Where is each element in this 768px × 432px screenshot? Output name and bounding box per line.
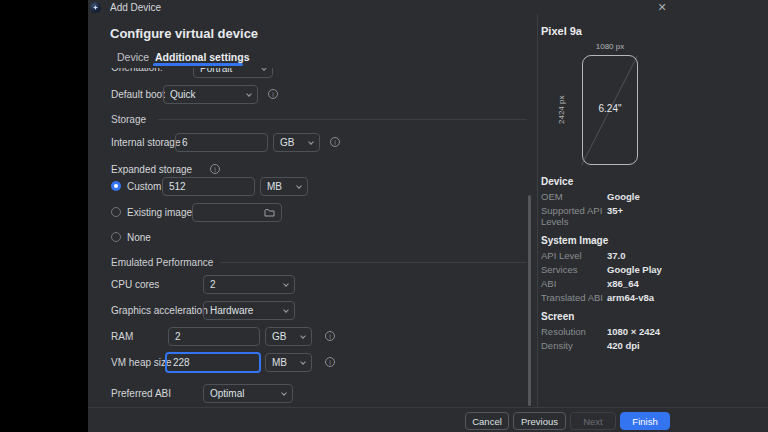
chevron-down-icon [261, 68, 267, 70]
previous-button[interactable]: Previous [513, 412, 566, 430]
ram-info-icon[interactable]: i [325, 331, 335, 341]
custom-radio-label: Custom [127, 177, 161, 196]
graphics-acceleration-select[interactable]: Hardware [203, 301, 295, 320]
custom-storage-unit-select[interactable]: MB [260, 177, 308, 196]
cpu-cores-label: CPU cores [111, 275, 159, 294]
panel-divider [537, 14, 538, 407]
storage-section-divider [158, 119, 527, 120]
device-name: Pixel 9a [541, 25, 582, 37]
screen-height-label: 2424 px [557, 82, 571, 138]
screen-width-label: 1080 px [582, 42, 638, 51]
custom-storage-input[interactable] [162, 177, 255, 196]
orientation-label: Orientation: [111, 68, 163, 77]
android-studio-icon [90, 2, 101, 13]
vm-heap-label: VM heap size [111, 353, 172, 372]
folder-icon[interactable] [264, 208, 275, 217]
spec-row: ABI x86_64 [541, 278, 756, 289]
performance-section-divider [220, 262, 527, 263]
spec-row: Density 420 dpi [541, 340, 756, 351]
spec-row: OEM Google [541, 191, 756, 202]
ram-input[interactable] [168, 327, 260, 346]
storage-section-header: Storage [111, 114, 146, 125]
vm-heap-input[interactable] [165, 352, 261, 373]
chevron-down-icon [296, 183, 302, 189]
default-boot-label: Default boot [111, 85, 165, 104]
vm-heap-unit-select[interactable]: MB [265, 353, 312, 372]
tab-device[interactable]: Device [117, 51, 149, 63]
active-tab-underline [153, 63, 243, 66]
chevron-down-icon [308, 139, 314, 145]
custom-radio[interactable] [111, 181, 121, 191]
close-icon[interactable]: ✕ [654, 0, 670, 14]
cpu-cores-select[interactable]: 2 [203, 275, 295, 294]
performance-section-header: Emulated Performance [111, 257, 213, 268]
chevron-down-icon [283, 281, 289, 287]
vm-heap-info-icon[interactable]: i [325, 357, 335, 367]
tab-additional-settings[interactable]: Additional settings [155, 51, 250, 63]
graphics-acceleration-label: Graphics acceleration [111, 301, 208, 320]
page-title: Configure virtual device [110, 26, 258, 41]
spec-row: Supported API Levels 35+ [541, 205, 756, 227]
form-scroll-clip: Orientation: Portrait [88, 68, 528, 78]
internal-storage-label: Internal storage [111, 133, 181, 152]
title-bar: Add Device ✕ [88, 0, 768, 14]
device-specs: Device OEM Google Supported API Levels 3… [541, 176, 756, 354]
footer-divider [88, 407, 768, 408]
add-device-dialog: Add Device ✕ Configure virtual device De… [88, 0, 768, 432]
internal-storage-unit-select[interactable]: GB [273, 133, 320, 152]
spec-row: Translated ABI arm64-v8a [541, 292, 756, 303]
spec-section-title: System Image [541, 235, 756, 246]
none-radio[interactable] [111, 232, 121, 242]
default-boot-select[interactable]: Quick [163, 85, 258, 104]
spec-row: API Level 37.0 [541, 250, 756, 261]
spec-row: Resolution 1080 × 2424 [541, 326, 756, 337]
existing-image-label: Existing image [127, 203, 192, 222]
screen-size-label: 6.24" [582, 103, 638, 114]
existing-image-field[interactable] [192, 203, 282, 222]
next-button[interactable]: Next [570, 412, 616, 430]
chevron-down-icon [300, 359, 306, 365]
spec-row: Services Google Play [541, 264, 756, 275]
chevron-down-icon [283, 307, 289, 313]
preferred-abi-label: Preferred ABI [111, 384, 171, 403]
expanded-storage-info-icon[interactable]: i [210, 164, 220, 174]
default-boot-info-icon[interactable]: i [268, 89, 278, 99]
none-radio-label: None [127, 228, 151, 247]
chevron-down-icon [281, 390, 287, 396]
orientation-select[interactable]: Portrait [193, 68, 273, 78]
cancel-button[interactable]: Cancel [465, 412, 509, 430]
existing-image-radio[interactable] [111, 207, 121, 217]
preferred-abi-select[interactable]: Optimal [203, 384, 293, 403]
spec-section-title: Screen [541, 311, 756, 322]
ram-label: RAM [111, 327, 133, 346]
chevron-down-icon [246, 91, 252, 97]
internal-storage-info-icon[interactable]: i [330, 137, 340, 147]
vertical-scrollbar[interactable] [528, 195, 531, 406]
internal-storage-input[interactable] [175, 133, 268, 152]
ram-unit-select[interactable]: GB [265, 327, 312, 346]
finish-button[interactable]: Finish [620, 412, 670, 430]
spec-section-title: Device [541, 176, 756, 187]
window-title: Add Device [110, 2, 161, 13]
chevron-down-icon [300, 333, 306, 339]
